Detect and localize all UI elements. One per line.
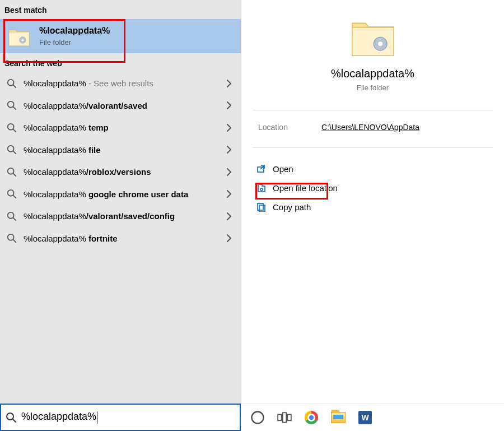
- taskbar-icons: W: [241, 404, 504, 431]
- search-icon: [7, 145, 17, 155]
- chevron-right-icon: [224, 233, 234, 243]
- location-row: Location C:\Users\LENOVO\AppData: [241, 116, 504, 142]
- detail-panel: %localappdata% File folder Location C:\U…: [241, 0, 504, 404]
- web-result-label: %localappdata% file: [24, 145, 217, 156]
- detail-title: %localappdata%: [331, 67, 414, 80]
- open-icon: [256, 164, 266, 174]
- web-result-label: %localappdata%/roblox/versions: [24, 166, 217, 178]
- web-result-item[interactable]: %localappdata% file: [0, 139, 241, 161]
- web-result-label: %localappdata%/valorant/saved/config: [24, 211, 217, 222]
- detail-subtitle: File folder: [357, 84, 389, 92]
- chevron-right-icon: [224, 189, 234, 199]
- chrome-icon[interactable]: [304, 410, 319, 425]
- text-caret: [97, 411, 97, 424]
- chevron-right-icon: [224, 78, 234, 89]
- web-result-item[interactable]: %localappdata% - See web results: [0, 72, 241, 95]
- web-result-item[interactable]: %localappdata% temp: [0, 117, 241, 139]
- copy-path-action[interactable]: Copy path: [249, 197, 496, 216]
- chevron-right-icon: [224, 167, 234, 177]
- open-label: Open: [273, 164, 293, 174]
- search-icon: [7, 233, 17, 243]
- taskbar: %localappdata% W: [0, 404, 504, 431]
- file-explorer-icon[interactable]: [330, 410, 346, 425]
- detail-hero: %localappdata% File folder: [241, 0, 504, 104]
- search-icon: [7, 78, 17, 89]
- web-result-item[interactable]: %localappdata% fortnite: [0, 228, 241, 250]
- divider: [253, 110, 493, 110]
- taskbar-search-box[interactable]: %localappdata%: [0, 404, 241, 431]
- open-action[interactable]: Open: [249, 159, 496, 178]
- divider: [253, 147, 493, 148]
- search-icon: [6, 412, 17, 423]
- web-result-item[interactable]: %localappdata%/valorant/saved: [0, 95, 241, 117]
- web-result-item[interactable]: %localappdata% google chrome user data: [0, 183, 241, 206]
- highlight-open-action: [255, 183, 328, 200]
- word-icon[interactable]: W: [357, 410, 373, 425]
- search-icon: [7, 123, 17, 133]
- web-result-label: %localappdata% - See web results: [24, 78, 217, 89]
- folder-icon: [348, 16, 398, 57]
- chevron-right-icon: [224, 211, 234, 221]
- web-results-list: %localappdata% - See web results%localap…: [0, 72, 241, 249]
- search-icon: [7, 167, 17, 177]
- best-match-header: Best match: [0, 0, 241, 19]
- web-result-label: %localappdata% google chrome user data: [24, 189, 217, 200]
- task-view-icon[interactable]: [277, 410, 292, 425]
- web-result-item[interactable]: %localappdata%/roblox/versions: [0, 161, 241, 183]
- search-icon: [7, 100, 17, 110]
- web-result-label: %localappdata% temp: [24, 122, 217, 133]
- search-input-value: %localappdata%: [21, 411, 97, 423]
- search-icon: [7, 189, 17, 199]
- location-label: Location: [258, 123, 288, 132]
- chevron-right-icon: [224, 123, 234, 133]
- location-value[interactable]: C:\Users\LENOVO\AppData: [321, 123, 419, 132]
- chevron-right-icon: [224, 145, 234, 155]
- highlight-best-match: [3, 19, 125, 63]
- web-result-item[interactable]: %localappdata%/valorant/saved/config: [0, 205, 241, 228]
- chevron-right-icon: [224, 100, 234, 110]
- search-icon: [7, 211, 17, 221]
- web-result-label: %localappdata%/valorant/saved: [24, 100, 217, 112]
- cortana-icon[interactable]: [250, 410, 265, 425]
- web-result-label: %localappdata% fortnite: [24, 233, 217, 244]
- copy-path-label: Copy path: [273, 202, 311, 212]
- copy-icon: [256, 202, 266, 212]
